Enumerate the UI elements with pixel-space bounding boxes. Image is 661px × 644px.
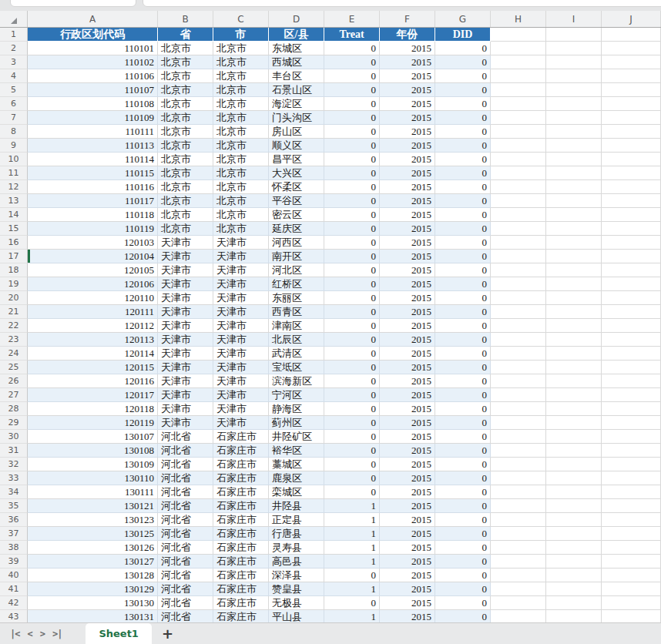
cell[interactable] <box>491 236 546 250</box>
cell-did[interactable]: 0 <box>435 430 491 444</box>
cell-year[interactable]: 2015 <box>380 527 435 541</box>
cell[interactable] <box>602 139 661 153</box>
cell-province[interactable]: 天津市 <box>158 250 213 263</box>
cell-province[interactable]: 天津市 <box>158 236 213 250</box>
cell[interactable] <box>546 458 602 471</box>
cell-code[interactable]: 130128 <box>28 569 158 582</box>
cell[interactable] <box>602 596 661 610</box>
cell-district[interactable]: 滨海新区 <box>269 374 324 388</box>
cell[interactable] <box>546 305 602 319</box>
cell-code[interactable]: 120111 <box>28 305 158 319</box>
cell-code[interactable]: 120116 <box>28 374 158 388</box>
cell-treat[interactable]: 1 <box>324 555 380 569</box>
cell[interactable] <box>491 596 546 610</box>
cell-city[interactable]: 北京市 <box>213 222 269 236</box>
cell-code[interactable]: 120110 <box>28 291 158 305</box>
cell-city[interactable]: 石家庄市 <box>213 569 269 582</box>
cell-district[interactable]: 宝坻区 <box>269 361 324 374</box>
cell[interactable] <box>602 513 661 527</box>
cell[interactable] <box>602 430 661 444</box>
cell-year[interactable]: 2015 <box>380 139 435 153</box>
cell-province[interactable]: 北京市 <box>158 222 213 236</box>
cell-year[interactable]: 2015 <box>380 55 435 69</box>
cell[interactable] <box>602 263 661 277</box>
cell[interactable] <box>602 166 661 180</box>
cell-city[interactable]: 石家庄市 <box>213 555 269 569</box>
cell-treat[interactable]: 0 <box>324 305 380 319</box>
row-header-39[interactable]: 39 <box>0 555 28 569</box>
cell-treat[interactable]: 0 <box>324 250 380 263</box>
cell-year[interactable]: 2015 <box>380 361 435 374</box>
cell-did[interactable]: 0 <box>435 69 491 83</box>
cell-code[interactable]: 130131 <box>28 610 158 622</box>
cell-did[interactable]: 0 <box>435 541 491 555</box>
column-header-A[interactable]: A <box>28 11 158 27</box>
add-sheet-button[interactable]: + <box>162 624 173 644</box>
cell-district[interactable]: 房山区 <box>269 125 324 139</box>
cell[interactable] <box>546 222 602 236</box>
cell[interactable] <box>491 263 546 277</box>
cell-year[interactable]: 2015 <box>380 471 435 485</box>
cell-district[interactable]: 红桥区 <box>269 277 324 291</box>
cell[interactable] <box>491 458 546 471</box>
cell[interactable] <box>491 374 546 388</box>
cell-code[interactable]: 130110 <box>28 471 158 485</box>
column-header-F[interactable]: F <box>380 11 435 27</box>
cell[interactable] <box>546 153 602 166</box>
cell[interactable] <box>546 416 602 430</box>
cell-district[interactable]: 深泽县 <box>269 569 324 582</box>
cell-district[interactable]: 东丽区 <box>269 291 324 305</box>
cell[interactable] <box>491 166 546 180</box>
cell[interactable] <box>602 42 661 55</box>
prev-sheet-button[interactable]: < <box>23 629 35 639</box>
cell-city[interactable]: 石家庄市 <box>213 610 269 622</box>
column-header-D[interactable]: D <box>269 11 324 27</box>
cell-year[interactable]: 2015 <box>380 513 435 527</box>
cell-code[interactable]: 110119 <box>28 222 158 236</box>
cell-year[interactable]: 2015 <box>380 444 435 458</box>
cell[interactable] <box>546 236 602 250</box>
cell-treat[interactable]: 0 <box>324 69 380 83</box>
cell[interactable] <box>602 55 661 69</box>
cell-city[interactable]: 天津市 <box>213 374 269 388</box>
cell-treat[interactable]: 0 <box>324 569 380 582</box>
cell-province[interactable]: 河北省 <box>158 485 213 499</box>
cell[interactable] <box>546 69 602 83</box>
cell-district[interactable]: 武清区 <box>269 347 324 361</box>
cell-treat[interactable]: 1 <box>324 582 380 596</box>
cell-treat[interactable]: 0 <box>324 42 380 55</box>
cell-did[interactable]: 0 <box>435 527 491 541</box>
cell[interactable] <box>546 83 602 97</box>
cell-city[interactable]: 天津市 <box>213 416 269 430</box>
cell[interactable] <box>602 361 661 374</box>
row-header-14[interactable]: 14 <box>0 208 28 222</box>
cell-code[interactable]: 130125 <box>28 527 158 541</box>
cell[interactable] <box>602 458 661 471</box>
cell-did[interactable]: 0 <box>435 333 491 347</box>
cell-province[interactable]: 河北省 <box>158 458 213 471</box>
row-header-32[interactable]: 32 <box>0 458 28 471</box>
cell-province[interactable]: 天津市 <box>158 374 213 388</box>
cell-did[interactable]: 0 <box>435 499 491 513</box>
cell[interactable] <box>546 555 602 569</box>
cell-district[interactable]: 平谷区 <box>269 194 324 208</box>
cell-did[interactable]: 0 <box>435 83 491 97</box>
cell[interactable] <box>546 596 602 610</box>
row-header-33[interactable]: 33 <box>0 471 28 485</box>
cell-district[interactable]: 灵寿县 <box>269 541 324 555</box>
cell[interactable] <box>491 111 546 125</box>
cell-treat[interactable]: 0 <box>324 361 380 374</box>
cell-year[interactable]: 2015 <box>380 194 435 208</box>
cell-year[interactable]: 2015 <box>380 236 435 250</box>
row-header-31[interactable]: 31 <box>0 444 28 458</box>
cell-code[interactable]: 120117 <box>28 388 158 402</box>
cell-city[interactable]: 北京市 <box>213 83 269 97</box>
row-header-23[interactable]: 23 <box>0 333 28 347</box>
cell[interactable] <box>491 139 546 153</box>
cell-treat[interactable]: 0 <box>324 97 380 111</box>
column-header-G[interactable]: G <box>435 11 491 27</box>
cell-district[interactable]: 西城区 <box>269 55 324 69</box>
cell-did[interactable]: 0 <box>435 569 491 582</box>
cell-year[interactable]: 2015 <box>380 83 435 97</box>
cell-district[interactable]: 怀柔区 <box>269 180 324 194</box>
